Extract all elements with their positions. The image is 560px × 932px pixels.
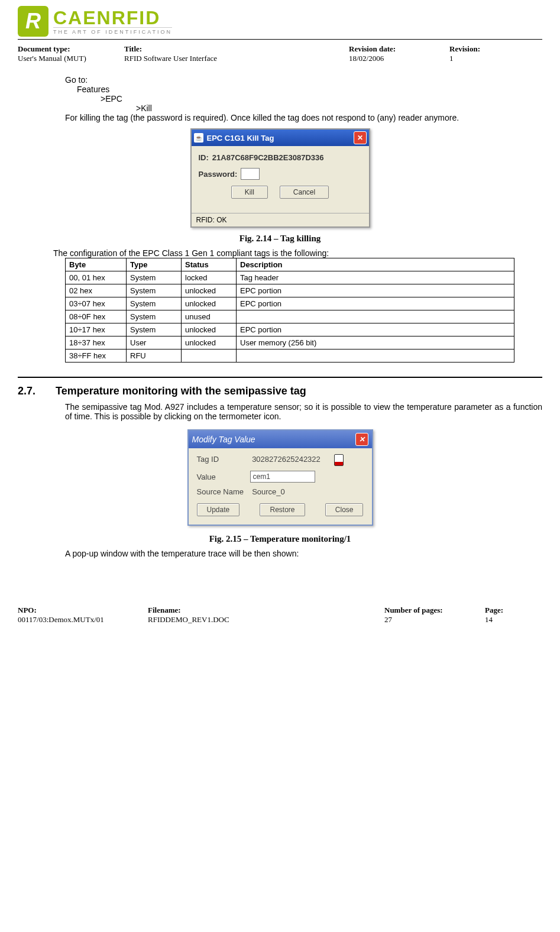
cell-status: unlocked	[182, 297, 237, 310]
kill-dialog-titlebar: ☕ EPC C1G1 Kill Tag ✕	[192, 130, 369, 146]
table-row: 10÷17 hex System unlocked EPC portion	[66, 323, 514, 336]
table-row: 02 hex System unlocked EPC portion	[66, 284, 514, 297]
revdate-label: Revision date:	[349, 44, 449, 54]
numpages-value: 27	[384, 615, 485, 624]
logo-badge: R	[18, 6, 48, 37]
title-label: Title:	[124, 44, 349, 54]
numpages-label: Number of pages:	[384, 606, 485, 615]
update-button[interactable]: Update	[197, 503, 240, 516]
revision-label: Revision:	[449, 44, 509, 54]
doctype-value: User's Manual (MUT)	[18, 54, 124, 63]
cell-status: unlocked	[182, 336, 237, 350]
config-intro-text: The configuration of the EPC Class 1 Gen…	[53, 248, 542, 258]
cell-byte: 02 hex	[66, 284, 127, 297]
kill-id-label: ID:	[199, 153, 209, 162]
cell-status: locked	[182, 271, 237, 284]
close-button[interactable]: Close	[325, 503, 364, 516]
title-value: RFID Software User Interface	[124, 54, 349, 63]
revdate-value: 18/02/2006	[349, 54, 449, 63]
nav-epc: >EPC	[101, 94, 542, 103]
cell-desc: EPC portion	[237, 323, 514, 336]
page-footer: NPO: 00117/03:Demox.MUTx/01 Filename: RF…	[18, 606, 542, 624]
table-row: 38÷FF hex RFU	[66, 350, 514, 363]
cell-type: RFU	[127, 350, 182, 363]
section-2-7-para: The semipassive tag Mod. A927 includes a…	[65, 402, 542, 421]
kill-id-value: 21A87C68F9C2BB2E3087D336	[212, 153, 324, 162]
th-desc: Description	[237, 258, 514, 271]
kill-dialog-title: EPC C1G1 Kill Tag	[207, 134, 274, 143]
logo-tagline: THE ART OF IDENTIFICATION	[53, 27, 172, 35]
section-separator	[18, 377, 542, 378]
tagid-value: 3028272625242322	[252, 455, 321, 464]
nav-kill: >Kill	[136, 103, 542, 113]
table-header-row: Byte Type Status Description	[66, 258, 514, 271]
table-row: 18÷37 hex User unlocked User memory (256…	[66, 336, 514, 350]
kill-dialog-status: RFID: OK	[192, 213, 369, 226]
cell-status: unused	[182, 310, 237, 323]
modify-dialog-titlebar: Modify Tag Value ✕	[189, 431, 372, 448]
doctype-label: Document type:	[18, 44, 124, 54]
cell-byte: 00, 01 hex	[66, 271, 127, 284]
thermometer-icon[interactable]	[334, 454, 344, 466]
nav-block: Go to: Features >EPC >Kill	[65, 75, 542, 113]
nav-features: Features	[77, 85, 542, 94]
value-label: Value	[197, 473, 250, 481]
cell-desc: User memory (256 bit)	[237, 336, 514, 350]
fig-2-14-caption: Fig. 2.14 – Tag killing	[18, 234, 542, 244]
table-row: 03÷07 hex System unlocked EPC portion	[66, 297, 514, 310]
section-number: 2.7.	[18, 385, 41, 397]
cell-status: unlocked	[182, 284, 237, 297]
nav-goto: Go to:	[65, 75, 542, 85]
cell-type: System	[127, 297, 182, 310]
fig-2-15-caption: Fig. 2.15 – Temperature monitoring/1	[18, 534, 542, 544]
close-icon[interactable]: ✕	[354, 131, 367, 144]
value-input[interactable]: cem1	[250, 471, 315, 483]
password-input[interactable]	[241, 168, 260, 180]
cell-byte: 08÷0F hex	[66, 310, 127, 323]
cell-type: System	[127, 284, 182, 297]
popup-paragraph: A pop-up window with the temperature tra…	[65, 549, 542, 558]
cell-desc	[237, 350, 514, 363]
restore-button[interactable]: Restore	[260, 503, 305, 516]
th-type: Type	[127, 258, 182, 271]
table-row: 08÷0F hex System unused	[66, 310, 514, 323]
cell-status: unlocked	[182, 323, 237, 336]
cell-byte: 18÷37 hex	[66, 336, 127, 350]
doc-info-row: Document type: User's Manual (MUT) Title…	[18, 44, 542, 63]
cancel-button[interactable]: Cancel	[280, 186, 329, 199]
th-status: Status	[182, 258, 237, 271]
kill-dialog: ☕ EPC C1G1 Kill Tag ✕ ID: 21A87C68F9C2BB…	[190, 128, 370, 228]
cell-type: System	[127, 323, 182, 336]
npo-label: NPO:	[18, 606, 148, 615]
cell-byte: 10÷17 hex	[66, 323, 127, 336]
close-icon[interactable]: ✕	[355, 433, 368, 446]
kill-id-row: ID: 21A87C68F9C2BB2E3087D336	[199, 153, 362, 162]
filename-label: Filename:	[148, 606, 384, 615]
cell-desc	[237, 310, 514, 323]
npo-value: 00117/03:Demox.MUTx/01	[18, 615, 148, 624]
kill-password-label: Password:	[199, 170, 238, 179]
tag-config-table: Byte Type Status Description 00, 01 hex …	[65, 258, 514, 363]
cell-desc: EPC portion	[237, 284, 514, 297]
kill-paragraph: For killing the tag (the password is req…	[65, 113, 542, 122]
revision-value: 1	[449, 54, 509, 63]
cell-byte: 38÷FF hex	[66, 350, 127, 363]
page-label: Page:	[485, 606, 532, 615]
section-2-7-heading: 2.7. Temperature monitoring with the sem…	[18, 385, 542, 397]
tagid-label: Tag ID	[197, 455, 250, 464]
cell-status	[182, 350, 237, 363]
table-row: 00, 01 hex System locked Tag header	[66, 271, 514, 284]
logo-brand: CAENRFID	[53, 8, 172, 27]
kill-button[interactable]: Kill	[231, 186, 268, 199]
cell-type: System	[127, 271, 182, 284]
modify-tag-dialog: Modify Tag Value ✕ Tag ID 30282726252423…	[187, 429, 373, 526]
cell-desc: EPC portion	[237, 297, 514, 310]
source-name-label: Source Name	[197, 487, 250, 496]
header-logo: R CAENRFID THE ART OF IDENTIFICATION	[18, 6, 542, 40]
section-title: Temperature monitoring with the semipass…	[56, 385, 306, 397]
cell-byte: 03÷07 hex	[66, 297, 127, 310]
java-icon: ☕	[194, 133, 203, 143]
cell-type: User	[127, 336, 182, 350]
th-byte: Byte	[66, 258, 127, 271]
page-value: 14	[485, 615, 532, 624]
